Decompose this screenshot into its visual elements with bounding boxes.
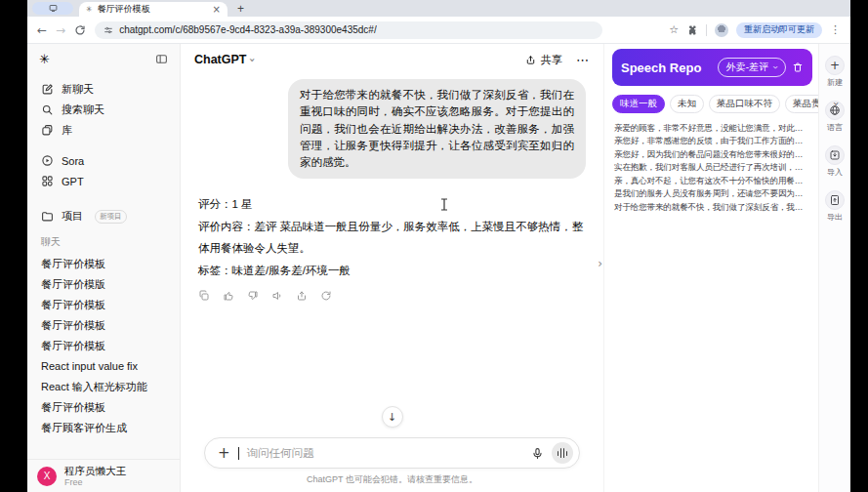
text-caret <box>238 447 239 460</box>
chat-list-item[interactable]: React input value fix <box>33 356 174 377</box>
scroll-to-bottom-button[interactable]: ↓ <box>382 406 403 428</box>
chat-list-item[interactable]: 餐厅评价模版 <box>33 274 174 295</box>
url-bar[interactable]: chatgpt.com/c/68b9567e-9cd4-8323-a39a-38… <box>95 21 602 39</box>
openai-logo-icon: ✳ <box>39 52 50 66</box>
speech-list-item[interactable]: 实在抱歉，我们对客服人员已经进行了再次培训，也针对... <box>612 161 812 175</box>
tag-chip[interactable]: 未知 <box>670 95 704 113</box>
conversation-menu-icon[interactable]: ⋯ <box>576 53 590 67</box>
share-label: 共享 <box>541 53 562 67</box>
thumbs-down-icon[interactable] <box>247 290 259 302</box>
speech-list-item[interactable]: 亲您好，因为我们的餐品问题没有给您带来很好的用 餐... <box>612 147 812 161</box>
user-avatar: X <box>37 467 57 486</box>
chat-list-item[interactable]: React 输入框光标功能 <box>33 377 174 397</box>
reload-icon[interactable] <box>74 24 86 36</box>
share-message-icon[interactable] <box>296 290 308 302</box>
forward-icon[interactable]: → <box>56 24 65 36</box>
chat-list-item[interactable]: 餐厅评价模板 <box>33 315 174 336</box>
sidebar-item-library[interactable]: 库 <box>33 120 174 141</box>
tag-chip[interactable]: 菜品口味不符 <box>709 95 780 113</box>
dictation-mic-icon[interactable] <box>531 447 544 460</box>
mouse-text-cursor <box>440 198 448 211</box>
speech-list-item[interactable]: 是我们的服务人员没有服务周到，还请您不要因为咱们这... <box>612 187 812 201</box>
browser-tab[interactable]: ✳ 餐厅评价模板 × <box>79 2 227 17</box>
chat-main: ChatGPT › 共享 ⋯ 对于给您带来的就餐不快，我们做了深刻反省，我们在重… <box>181 44 603 492</box>
chat-header: ChatGPT › 共享 ⋯ <box>181 44 603 75</box>
tag-chip-active[interactable]: 味道一般 <box>612 95 665 113</box>
site-settings-icon[interactable] <box>103 25 113 35</box>
category-select[interactable]: 外卖-差评 › <box>718 58 786 77</box>
library-icon <box>41 124 54 137</box>
message-actions <box>198 290 586 302</box>
browser-profile-avatar[interactable] <box>715 23 728 37</box>
new-tab-button[interactable]: + <box>237 3 244 15</box>
chat-list-item[interactable]: 餐厅顾客评价生成 <box>33 418 174 438</box>
sidebar-item-projects[interactable]: 项目 新项目 <box>33 206 174 226</box>
collapse-sidebar-icon[interactable] <box>155 53 168 65</box>
new-chat-icon <box>41 83 54 96</box>
chats-section-label: 聊天 <box>27 226 180 254</box>
browser-update-button[interactable]: 重新启动即可更新 <box>736 22 822 38</box>
message-composer[interactable]: + 询问任何问题 <box>204 437 580 469</box>
import-icon <box>825 145 845 165</box>
share-upload-icon <box>525 55 536 65</box>
attach-plus-icon[interactable]: + <box>218 446 230 461</box>
speech-repo-panel: Speech Repo 外卖-差评 › 味道一般 未知 菜品口味不符 菜品贵 ›… <box>603 44 818 492</box>
tool-import[interactable]: 导入 <box>825 145 845 178</box>
back-icon[interactable]: ← <box>37 24 47 36</box>
tab-search-button[interactable] <box>32 2 73 15</box>
tool-label: 语言 <box>827 122 843 133</box>
extensions-puzzle-icon[interactable] <box>686 24 698 36</box>
speech-list-item[interactable]: 对于给您带来的就餐不快，我们做了深刻反省，我们在重... <box>612 200 812 214</box>
browser-address-bar: ← → chatgpt.com/c/68b9567e-9cd4-8323-a39… <box>27 17 850 44</box>
export-icon <box>825 190 845 210</box>
speech-repo-header: Speech Repo 外卖-差评 › <box>612 49 812 86</box>
delete-trash-icon[interactable] <box>792 62 804 73</box>
speech-list-item[interactable]: 亲您好，非常感谢您的反馈，由于我们工作方面的疏忽，... <box>612 135 812 148</box>
sidebar-item-label: GPT <box>62 176 84 187</box>
sidebar-item-label: 新聊天 <box>62 82 94 97</box>
voice-mode-button[interactable] <box>552 442 573 464</box>
assistant-rating-line: 评分：1 星 <box>198 193 586 215</box>
chatgpt-disclaimer: ChatGPT 也可能会犯错。请核查重要信息。 <box>181 469 603 492</box>
panel-collapse-handle[interactable]: › <box>598 257 602 270</box>
speech-list: 亲爱的顾客，非常不好意思，没能让您满意，对此我们深... 亲您好，非常感谢您的反… <box>612 121 812 214</box>
browser-menu-icon[interactable]: ⋮ <box>830 23 841 36</box>
tool-export[interactable]: 导出 <box>825 190 845 223</box>
chat-list-item[interactable]: 餐厅评价模板 <box>33 254 174 274</box>
model-label: ChatGPT <box>194 53 246 66</box>
copy-icon[interactable] <box>198 290 210 302</box>
chat-list-item[interactable]: 餐厅评价模板 <box>33 295 174 315</box>
bookmark-star-icon[interactable]: ☆ <box>669 24 679 35</box>
chat-list-item[interactable]: 餐厅评价模板 <box>33 336 174 356</box>
tool-new[interactable]: + 新建 <box>825 56 845 88</box>
folder-icon <box>41 210 54 223</box>
speech-list-item[interactable]: 亲，真心对不起，让您有这次不十分不愉快的用餐，我们... <box>612 174 812 187</box>
tags-expand-chevron-icon[interactable]: › <box>829 102 842 105</box>
assistant-content-line: 评价内容：差评 菜品味道一般且份量少，服务效率低，上菜慢且不够热情，整体用餐体验… <box>198 216 586 260</box>
sidebar-item-new-chat[interactable]: 新聊天 <box>33 79 174 100</box>
browser-tab-strip: ✳ 餐厅评价模板 × + <box>27 0 850 17</box>
sidebar-item-search-chats[interactable]: 搜索聊天 <box>33 100 174 120</box>
tab-title: 餐厅评价模板 <box>98 3 208 16</box>
sidebar-item-label: 项目 <box>62 209 83 224</box>
sidebar-item-sora[interactable]: Sora <box>33 150 174 171</box>
chatgpt-sidebar: ✳ 新聊天 搜索聊天 库 Sora GPT <box>27 44 181 492</box>
speech-repo-title: Speech Repo <box>621 61 712 75</box>
tag-filter-row: 味道一般 未知 菜品口味不符 菜品贵 › <box>612 95 812 113</box>
chat-messages[interactable]: 对于给您带来的就餐不快，我们做了深刻反省，我们在重视口味的同时，确实不应该忽略服… <box>181 75 603 433</box>
chat-list-item[interactable]: 餐厅评价模板 <box>33 397 174 418</box>
model-switcher[interactable]: ChatGPT › <box>194 53 255 66</box>
account-row[interactable]: X 程序员懒大王 Free <box>27 459 180 492</box>
tool-label: 新建 <box>827 77 843 88</box>
speech-list-item[interactable]: 亲爱的顾客，非常不好意思，没能让您满意，对此我们深... <box>612 121 812 135</box>
category-value: 外卖-差评 <box>726 61 768 74</box>
regenerate-icon[interactable] <box>320 290 332 302</box>
composer-placeholder[interactable]: 询问任何问题 <box>247 446 523 461</box>
share-button[interactable]: 共享 <box>525 53 562 67</box>
thumbs-up-icon[interactable] <box>223 290 234 302</box>
sidebar-item-label: Sora <box>62 155 84 167</box>
read-aloud-speaker-icon[interactable] <box>271 290 283 302</box>
sidebar-item-gpts[interactable]: GPT <box>33 171 174 191</box>
assistant-tags-line: 标签：味道差/服务差/环境一般 <box>198 260 586 281</box>
tab-close-icon[interactable]: × <box>213 5 221 15</box>
